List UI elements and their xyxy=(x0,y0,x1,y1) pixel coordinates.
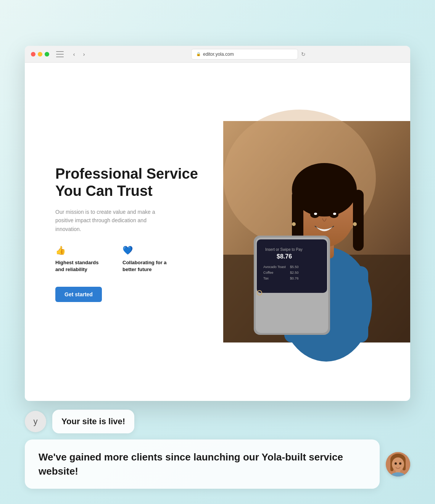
svg-text:Coffee: Coffee xyxy=(263,271,273,275)
svg-text:$0.76: $0.76 xyxy=(290,276,299,280)
svg-text:Tax: Tax xyxy=(263,276,269,280)
sidebar-toggle-icon[interactable] xyxy=(56,51,64,57)
browser-titlebar: ‹ › 🔒 editor.yola.com ↻ xyxy=(25,46,410,63)
back-button[interactable]: ‹ xyxy=(70,50,78,58)
hero-title: Professional Service You Can Trust xyxy=(55,165,204,200)
svg-point-37 xyxy=(392,457,404,471)
svg-point-15 xyxy=(292,222,296,226)
maximize-button[interactable] xyxy=(45,52,49,57)
svg-text:$8.76: $8.76 xyxy=(277,253,292,260)
close-button[interactable] xyxy=(31,52,35,57)
chat-row-1: y Your site is live! xyxy=(25,410,410,433)
svg-text:$2.50: $2.50 xyxy=(290,271,299,275)
svg-point-38 xyxy=(395,462,397,465)
address-bar-container: 🔒 editor.yola.com ↻ xyxy=(93,49,404,60)
chat-bubble-2: We've gained more clients since launchin… xyxy=(25,439,380,489)
left-panel: Professional Service You Can Trust Our m… xyxy=(25,63,223,401)
feature-1-label: Highest standards and reliability xyxy=(55,259,109,273)
chat-row-2: We've gained more clients since launchin… xyxy=(25,439,410,489)
yola-avatar: y xyxy=(25,411,46,432)
feature-item-1: 👍 Highest standards and reliability xyxy=(55,246,109,273)
heart-icon: 💙 xyxy=(122,246,176,255)
chat-message-2: We've gained more clients since launchin… xyxy=(39,451,343,477)
reload-button[interactable]: ↻ xyxy=(301,51,306,57)
svg-point-39 xyxy=(399,462,401,465)
chat-bubble-1: Your site is live! xyxy=(52,410,134,433)
browser-window: ‹ › 🔒 editor.yola.com ↻ Professional Ser… xyxy=(25,46,410,401)
features-row: 👍 Highest standards and reliability 💙 Co… xyxy=(55,246,204,273)
traffic-lights xyxy=(31,52,49,57)
hero-image: $8.76 Avocado Toast Coffee Tax $5.50 $2.… xyxy=(223,63,410,401)
get-started-button[interactable]: Get started xyxy=(55,287,102,302)
svg-rect-10 xyxy=(353,190,364,251)
svg-text:$5.50: $5.50 xyxy=(290,265,299,269)
hero-description: Our mission is to create value and make … xyxy=(55,208,162,233)
nav-buttons: ‹ › xyxy=(70,50,88,58)
svg-point-14 xyxy=(333,213,336,215)
svg-text:Insert or Swipe to Pay: Insert or Swipe to Pay xyxy=(265,247,303,252)
url-text: editor.yola.com xyxy=(203,52,234,57)
svg-text:Avocado Toast: Avocado Toast xyxy=(263,265,286,269)
forward-button[interactable]: › xyxy=(80,50,88,58)
address-bar[interactable]: 🔒 editor.yola.com xyxy=(191,49,298,60)
browser-content: Professional Service You Can Trust Our m… xyxy=(25,63,410,401)
feature-2-label: Collaborating for a better future xyxy=(122,259,176,273)
svg-point-16 xyxy=(353,222,357,226)
yola-avatar-letter: y xyxy=(34,417,38,426)
user-avatar xyxy=(386,452,410,477)
svg-point-13 xyxy=(314,213,317,215)
minimize-button[interactable] xyxy=(38,52,42,57)
lock-icon: 🔒 xyxy=(196,52,201,56)
chat-section: y Your site is live! We've gained more c… xyxy=(25,410,410,489)
chat-message-1: Your site is live! xyxy=(61,417,125,426)
right-panel: $8.76 Avocado Toast Coffee Tax $5.50 $2.… xyxy=(223,63,410,401)
thumbs-up-icon: 👍 xyxy=(55,246,109,255)
feature-item-2: 💙 Collaborating for a better future xyxy=(122,246,176,273)
